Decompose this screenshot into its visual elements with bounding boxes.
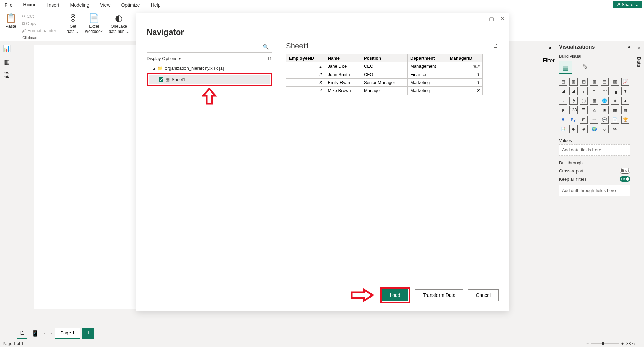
- viz-pie[interactable]: ◔: [569, 97, 578, 105]
- viz-kpi[interactable]: △: [590, 106, 598, 114]
- prev-page-arrow[interactable]: ‹: [43, 329, 47, 337]
- column-header[interactable]: Department: [408, 54, 447, 62]
- viz-filled-map[interactable]: ◈: [611, 97, 619, 105]
- close-icon[interactable]: ✕: [500, 16, 505, 22]
- excel-workbook-button[interactable]: 📄 Excel workbook: [83, 12, 104, 35]
- data-view-icon[interactable]: ▦: [4, 58, 10, 66]
- viz-line-column[interactable]: ⫯: [580, 87, 588, 95]
- viz-goals[interactable]: 🏆: [621, 116, 629, 124]
- viz-multirow-card[interactable]: ☰: [580, 106, 588, 114]
- refresh-icon[interactable]: 🗋: [268, 56, 272, 61]
- values-field-well[interactable]: Add data fields here: [559, 144, 630, 156]
- transform-data-button[interactable]: Transform Data: [415, 289, 464, 301]
- viz-area[interactable]: ◢: [559, 87, 567, 95]
- expand-filters-icon[interactable]: «: [549, 45, 552, 51]
- viz-map[interactable]: 🌐: [601, 97, 609, 105]
- copy-button[interactable]: ⧉Copy: [20, 20, 58, 27]
- viz-azure-map[interactable]: ▲: [621, 97, 629, 105]
- viz-scatter[interactable]: ∴: [559, 97, 567, 105]
- expand-data-icon[interactable]: «: [638, 45, 640, 50]
- viz-matrix[interactable]: ▦: [621, 106, 629, 114]
- column-header[interactable]: Position: [361, 54, 407, 62]
- viz-r[interactable]: R: [559, 116, 567, 124]
- viz-paginated[interactable]: 📑: [559, 125, 567, 133]
- viz-arcgis[interactable]: 🌍: [590, 125, 598, 133]
- menu-file[interactable]: File: [3, 1, 15, 9]
- menu-optimize[interactable]: Optimize: [119, 1, 142, 9]
- search-icon[interactable]: 🔍: [262, 44, 269, 50]
- viz-line[interactable]: 📈: [621, 78, 629, 86]
- next-page-arrow[interactable]: ›: [49, 329, 53, 337]
- viz-table[interactable]: ▦: [611, 106, 619, 114]
- viz-card[interactable]: 123: [569, 106, 578, 114]
- viz-get-more[interactable]: ⋯: [621, 125, 629, 133]
- viz-clustered-bar[interactable]: ▤: [580, 78, 588, 86]
- get-data-button[interactable]: 🛢 Get data ⌄: [65, 12, 81, 35]
- viz-100-bar[interactable]: ▤: [601, 78, 609, 86]
- viz-treemap[interactable]: ▦: [590, 97, 598, 105]
- drillthrough-field-well[interactable]: Add drill-through fields here: [559, 185, 630, 196]
- zoom-slider[interactable]: [591, 343, 619, 344]
- table-row[interactable]: 2John SmithCFOFinance1: [286, 70, 483, 79]
- viz-decomposition[interactable]: ⊹: [590, 116, 598, 124]
- load-button[interactable]: Load: [382, 289, 408, 301]
- mobile-layout-icon[interactable]: 📱: [29, 328, 41, 339]
- add-page-button[interactable]: +: [82, 328, 94, 339]
- viz-100-column[interactable]: ▥: [611, 78, 619, 86]
- viz-stacked-column[interactable]: ▥: [569, 78, 578, 86]
- navigator-search[interactable]: 🔍: [147, 42, 272, 53]
- viz-clustered-column[interactable]: ▥: [590, 78, 598, 86]
- expand-icon[interactable]: »: [627, 44, 630, 50]
- menu-home[interactable]: Home: [21, 1, 39, 9]
- sheet-checkbox[interactable]: [159, 77, 163, 82]
- viz-slicer[interactable]: ▣: [601, 106, 609, 114]
- search-input[interactable]: [150, 45, 262, 50]
- menu-modeling[interactable]: Modeling: [68, 1, 91, 9]
- data-pane-collapsed[interactable]: « Data: [634, 41, 644, 67]
- cut-button[interactable]: ✂Cut: [20, 13, 58, 19]
- cross-report-toggle[interactable]: Off: [620, 168, 630, 174]
- column-header[interactable]: ManagerID: [447, 54, 483, 62]
- column-header[interactable]: Name: [325, 54, 361, 62]
- viz-qna[interactable]: 💬: [601, 116, 609, 124]
- tree-sheet-node[interactable]: ▦ Sheet1: [149, 75, 270, 84]
- table-row[interactable]: 3Emily RyanSenior ManagerMarketing1: [286, 79, 483, 87]
- zoom-in-button[interactable]: +: [621, 341, 624, 346]
- tree-file-node[interactable]: ◢ 📁 organization_hierarchy.xlsx [1]: [147, 64, 272, 72]
- share-button[interactable]: ↗ Share ⌄: [613, 1, 642, 8]
- viz-line-column2[interactable]: ⫯: [590, 87, 598, 95]
- viz-stacked-bar[interactable]: ▤: [559, 78, 567, 86]
- viz-sparkline[interactable]: ◇: [601, 125, 609, 133]
- desktop-layout-icon[interactable]: 🖥: [17, 328, 27, 339]
- onelake-button[interactable]: ◐ OneLake data hub ⌄: [107, 12, 131, 35]
- viz-powerapps[interactable]: ◆: [569, 125, 578, 133]
- viz-ribbon[interactable]: 〰: [601, 87, 609, 95]
- model-view-icon[interactable]: ⿻: [4, 72, 10, 79]
- paste-button[interactable]: 📋 Paste: [3, 12, 18, 30]
- fit-to-page-icon[interactable]: ⛶: [637, 341, 641, 346]
- format-painter-button[interactable]: 🖌Format painter: [20, 27, 58, 34]
- format-visual-tab[interactable]: ✎: [579, 61, 591, 74]
- cancel-button[interactable]: Cancel: [468, 289, 499, 301]
- column-header[interactable]: EmployeeID: [286, 54, 325, 62]
- viz-donut[interactable]: ◯: [580, 97, 588, 105]
- zoom-out-button[interactable]: −: [586, 341, 589, 346]
- viz-automate[interactable]: ◈: [580, 125, 588, 133]
- viz-funnel[interactable]: ▼: [621, 87, 629, 95]
- maximize-icon[interactable]: ▢: [489, 16, 494, 22]
- menu-insert[interactable]: Insert: [45, 1, 61, 9]
- table-row[interactable]: 1Jane DoeCEOManagementnull: [286, 62, 483, 70]
- build-visual-tab[interactable]: ▦: [559, 61, 572, 74]
- preview-refresh-icon[interactable]: 🗋: [493, 43, 499, 49]
- viz-waterfall[interactable]: ▗: [611, 87, 619, 95]
- page-tab-1[interactable]: Page 1: [55, 328, 80, 339]
- viz-stacked-area[interactable]: ◢: [569, 87, 578, 95]
- report-view-icon[interactable]: 📊: [3, 45, 11, 52]
- menu-help[interactable]: Help: [149, 1, 163, 9]
- display-options-dropdown[interactable]: Display Options ▾: [147, 56, 181, 61]
- keep-filters-toggle[interactable]: On: [620, 176, 630, 182]
- viz-gauge[interactable]: ◗: [559, 106, 567, 114]
- zoom-percent[interactable]: 88%: [626, 341, 635, 346]
- viz-key-influencers[interactable]: ⊡: [580, 116, 588, 124]
- menu-view[interactable]: View: [98, 1, 112, 9]
